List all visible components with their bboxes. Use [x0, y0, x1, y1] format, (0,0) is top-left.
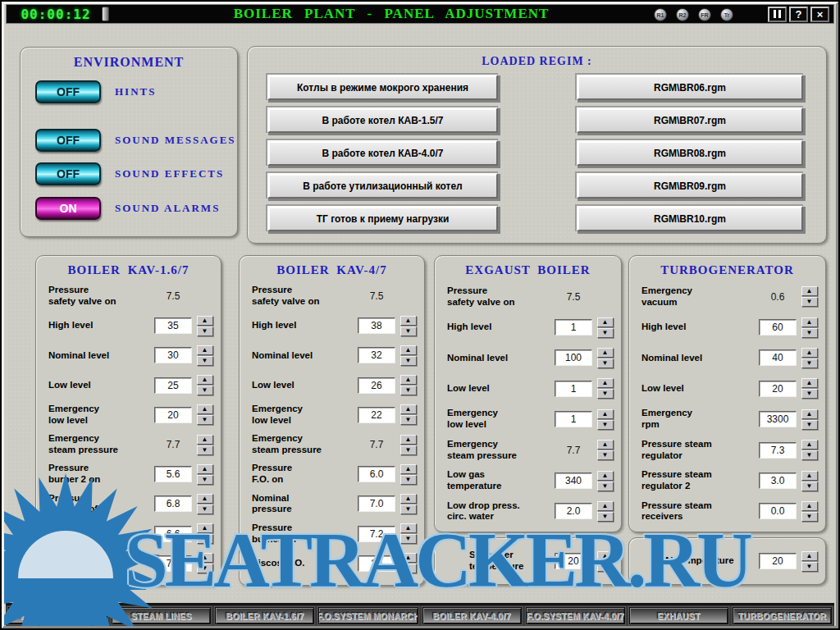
spin-up-button[interactable]: ▲: [197, 345, 213, 355]
spin-up-button[interactable]: ▲: [801, 501, 818, 511]
spin-up-button[interactable]: ▲: [197, 553, 213, 563]
value-input[interactable]: 20: [759, 553, 797, 569]
spin-up-button[interactable]: ▲: [197, 464, 213, 474]
spin-up-button[interactable]: ▲: [400, 494, 417, 504]
spin-down-button[interactable]: ▼: [197, 475, 213, 485]
pause-button[interactable]: [768, 7, 787, 22]
value-input[interactable]: 7.0: [358, 495, 395, 512]
spin-down-button[interactable]: ▼: [597, 389, 614, 399]
spin-up-button[interactable]: ▲: [801, 348, 818, 358]
spin-down-button[interactable]: ▼: [400, 445, 417, 455]
spin-up-button[interactable]: ▲: [597, 440, 614, 450]
spin-up-button[interactable]: ▲: [801, 286, 818, 296]
value-input[interactable]: 2.0: [555, 503, 592, 519]
spin-up-button[interactable]: ▲: [597, 409, 614, 419]
value-input[interactable]: 7.2: [358, 526, 395, 542]
spin-down-button[interactable]: ▼: [597, 562, 614, 572]
spin-up-button[interactable]: ▲: [197, 494, 213, 504]
spin-up-button[interactable]: ▲: [197, 404, 213, 414]
nav-button-f-o-system-kav-4-0-7[interactable]: F.O.SYSTEM KAV-4.0/7: [526, 607, 625, 624]
spin-up-button[interactable]: ▲: [400, 316, 417, 326]
spin-down-button[interactable]: ▼: [597, 420, 614, 430]
toggle-sound-effects[interactable]: OFF: [35, 162, 101, 185]
spin-up-button[interactable]: ▲: [400, 553, 417, 563]
regim-mode-button-2[interactable]: В работе котел КАВ-1.5/7: [267, 107, 498, 133]
spin-down-button[interactable]: ▼: [400, 415, 417, 425]
spin-down-button[interactable]: ▼: [197, 504, 213, 514]
spin-up-button[interactable]: ▲: [400, 345, 417, 355]
regim-file-button-5[interactable]: RGM\BR10.rgm: [577, 206, 803, 231]
value-input[interactable]: 60: [759, 319, 797, 336]
regim-mode-button-1[interactable]: Котлы в режиме мокрого хранения: [267, 75, 498, 100]
spin-up-button[interactable]: ▲: [801, 551, 818, 561]
spin-down-button[interactable]: ▼: [597, 482, 614, 491]
spin-up-button[interactable]: ▲: [400, 435, 417, 445]
round-button-2[interactable]: R2: [676, 8, 689, 21]
help-button[interactable]: ?: [789, 7, 808, 22]
value-input[interactable]: 5.6: [154, 466, 192, 482]
spin-down-button[interactable]: ▼: [597, 512, 614, 522]
value-input[interactable]: 20: [358, 555, 395, 572]
regim-file-button-1[interactable]: RGM\BR06.rgm: [577, 75, 803, 100]
spin-down-button[interactable]: ▼: [801, 512, 818, 522]
nav-button-water-systems[interactable]: WATER SYSTEMS: [8, 607, 107, 624]
value-input[interactable]: 25: [154, 377, 192, 394]
value-input[interactable]: 3300: [759, 411, 797, 427]
spin-up-button[interactable]: ▲: [801, 317, 818, 327]
spin-up-button[interactable]: ▲: [597, 551, 614, 561]
spin-down-button[interactable]: ▼: [400, 475, 417, 485]
value-input[interactable]: 20: [759, 381, 797, 397]
spin-up-button[interactable]: ▲: [597, 378, 614, 388]
nav-button-steam-lines[interactable]: STEAM LINES: [112, 607, 211, 624]
value-input[interactable]: 38: [358, 317, 395, 334]
regim-file-button-4[interactable]: RGM\BR09.rgm: [577, 173, 803, 199]
value-input[interactable]: 35: [154, 317, 192, 334]
regim-mode-button-3[interactable]: В работе котел КАВ-4.0/7: [267, 140, 498, 166]
regim-file-button-3[interactable]: RGM\BR08.rgm: [577, 140, 803, 166]
nav-button-turbogenerator[interactable]: TURBOGENERATOR: [733, 607, 832, 624]
spin-down-button[interactable]: ▼: [597, 328, 614, 338]
regim-mode-button-4[interactable]: В работе утилизационный котел: [267, 173, 498, 199]
spin-up-button[interactable]: ▲: [597, 501, 614, 511]
spin-up-button[interactable]: ▲: [597, 471, 614, 481]
nav-button-boiler-kav-1-6-7[interactable]: BOILER KAV-1.6/7: [215, 607, 314, 624]
spin-down-button[interactable]: ▼: [801, 450, 818, 460]
spin-up-button[interactable]: ▲: [400, 375, 417, 385]
value-input[interactable]: 3.0: [759, 472, 797, 489]
spin-down-button[interactable]: ▼: [400, 564, 417, 573]
spin-up-button[interactable]: ▲: [801, 378, 818, 388]
spin-down-button[interactable]: ▼: [801, 389, 818, 399]
spin-up-button[interactable]: ▲: [597, 348, 614, 358]
spin-down-button[interactable]: ▼: [400, 386, 417, 395]
toggle-hints[interactable]: OFF: [35, 80, 101, 103]
spin-up-button[interactable]: ▲: [801, 471, 818, 481]
spin-down-button[interactable]: ▼: [400, 356, 417, 366]
spin-down-button[interactable]: ▼: [197, 534, 213, 544]
spin-down-button[interactable]: ▼: [597, 450, 614, 460]
spin-up-button[interactable]: ▲: [197, 523, 213, 533]
value-input[interactable]: 6.6: [154, 526, 192, 542]
round-button-4[interactable]: Tr: [720, 8, 733, 21]
spin-down-button[interactable]: ▼: [801, 420, 818, 430]
spin-down-button[interactable]: ▼: [801, 358, 818, 368]
spin-up-button[interactable]: ▲: [197, 435, 213, 445]
value-input[interactable]: 26: [358, 377, 395, 394]
spin-up-button[interactable]: ▲: [400, 523, 417, 533]
spin-down-button[interactable]: ▼: [400, 326, 417, 336]
spin-up-button[interactable]: ▲: [400, 464, 417, 474]
spin-down-button[interactable]: ▼: [197, 386, 213, 395]
value-input[interactable]: 1: [555, 381, 592, 397]
spin-down-button[interactable]: ▼: [801, 328, 818, 338]
value-input[interactable]: 6.8: [154, 495, 192, 512]
value-input[interactable]: 340: [555, 472, 592, 489]
value-input[interactable]: 40: [759, 349, 797, 366]
regim-file-button-2[interactable]: RGM\BR07.rgm: [577, 107, 803, 133]
spin-up-button[interactable]: ▲: [400, 404, 417, 414]
spin-up-button[interactable]: ▲: [197, 375, 213, 385]
spin-up-button[interactable]: ▲: [801, 409, 818, 419]
value-input[interactable]: 0.0: [759, 503, 797, 519]
spin-down-button[interactable]: ▼: [597, 358, 614, 368]
value-input[interactable]: 22: [358, 407, 395, 423]
value-input[interactable]: 7.2: [154, 555, 192, 572]
spin-down-button[interactable]: ▼: [801, 562, 818, 572]
